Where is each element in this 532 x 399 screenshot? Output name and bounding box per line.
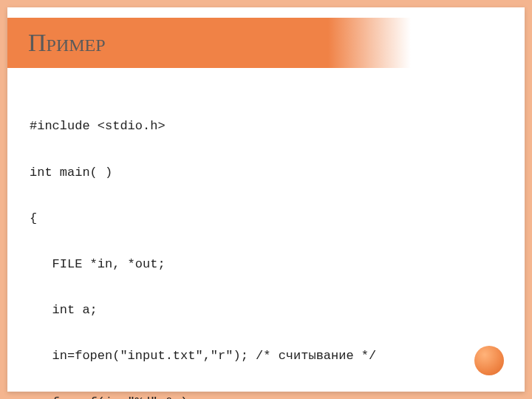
slide: Пример #include <stdio.h> int main( ) { … xyxy=(7,7,525,392)
title-bar: Пример xyxy=(7,18,525,68)
code-line: int a; xyxy=(30,303,502,318)
page-title: Пример xyxy=(28,29,106,57)
code-line: int main( ) xyxy=(30,166,502,181)
code-line: { xyxy=(30,211,502,227)
code-line: in=fopen("input.txt","r"); /* считывание… xyxy=(30,349,502,364)
code-line: #include <stdio.h> xyxy=(30,119,502,134)
code-block: #include <stdio.h> int main( ) { FILE *i… xyxy=(30,89,502,399)
decorative-circle-icon xyxy=(474,346,504,375)
code-line: fscanf(in,"%d",&a); xyxy=(30,395,502,399)
code-line: FILE *in, *out; xyxy=(30,257,502,273)
